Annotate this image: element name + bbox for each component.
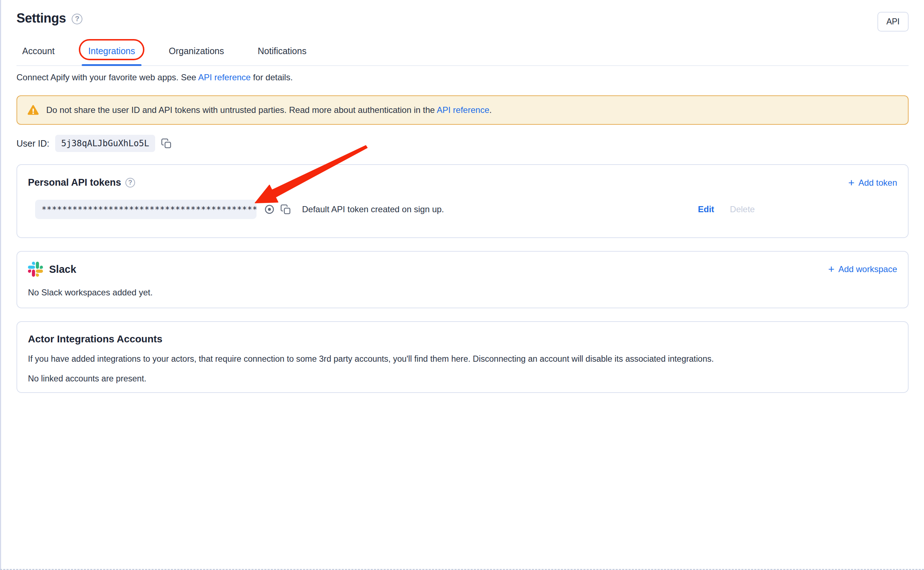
edit-token-link[interactable]: Edit: [698, 204, 714, 215]
tab-organizations[interactable]: Organizations: [163, 40, 230, 65]
tab-organizations-label: Organizations: [169, 46, 224, 56]
slack-card: Slack + Add workspace No Slack workspace…: [17, 251, 909, 308]
slack-card-title: Slack: [49, 264, 76, 275]
tokens-card-header: Personal API tokens ? + Add token: [28, 177, 897, 188]
view-token-button[interactable]: [264, 204, 275, 215]
intro-text-after: for details.: [251, 72, 293, 82]
tokens-card-title: Personal API tokens: [28, 177, 121, 188]
tab-integrations[interactable]: Integrations: [82, 40, 141, 65]
page-title: Settings: [17, 11, 66, 26]
tab-account-label: Account: [22, 46, 55, 56]
settings-page: Settings ? API Account Integrations Orga…: [0, 0, 924, 570]
eye-icon: [264, 204, 275, 215]
plus-icon: +: [848, 178, 854, 188]
actor-integrations-card: Actor Integrations Accounts If you have …: [17, 321, 909, 393]
page-header: Settings ? API: [17, 11, 909, 32]
warning-api-reference-link[interactable]: API reference: [437, 105, 489, 115]
actor-card-description: If you have added integrations to your a…: [28, 354, 897, 364]
plus-icon: +: [828, 264, 834, 274]
copy-token-button[interactable]: [280, 204, 291, 215]
warning-text-after: .: [489, 105, 492, 115]
copy-icon: [161, 138, 172, 149]
token-description: Default API token created on sign up.: [302, 204, 698, 215]
api-button[interactable]: API: [877, 12, 909, 32]
token-actions: Edit Delete: [698, 204, 897, 215]
intro-text: Connect Apify with your favorite web app…: [17, 72, 293, 83]
tab-notifications[interactable]: Notifications: [252, 40, 312, 65]
api-token-masked-input[interactable]: ****************************************…: [35, 200, 257, 219]
left-edge-divider: [0, 0, 1, 570]
tab-account[interactable]: Account: [17, 40, 60, 65]
token-row: ****************************************…: [35, 200, 897, 219]
user-id-value: 5j38qALJbGuXhLo5L: [55, 135, 156, 152]
tab-integrations-label: Integrations: [88, 46, 135, 56]
slack-card-header: Slack + Add workspace: [28, 262, 897, 277]
warning-text: Do not share the user ID and API tokens …: [46, 105, 492, 115]
warning-text-before: Do not share the user ID and API tokens …: [46, 105, 437, 115]
add-token-label: Add token: [858, 178, 897, 188]
actor-card-title: Actor Integrations Accounts: [28, 333, 897, 345]
copy-user-id-button[interactable]: [161, 138, 172, 149]
warning-icon: [26, 104, 40, 117]
user-id-label: User ID:: [17, 138, 49, 149]
slack-icon: [28, 262, 43, 277]
add-workspace-button[interactable]: + Add workspace: [828, 264, 897, 274]
user-id-row: User ID: 5j38qALJbGuXhLo5L: [17, 134, 172, 153]
delete-token-link: Delete: [730, 204, 754, 215]
personal-api-tokens-card: Personal API tokens ? + Add token ******…: [17, 164, 909, 238]
intro-api-reference-link[interactable]: API reference: [198, 72, 251, 82]
slack-empty-text: No Slack workspaces added yet.: [28, 288, 897, 297]
tab-notifications-label: Notifications: [258, 46, 306, 56]
add-token-button[interactable]: + Add token: [848, 178, 897, 188]
settings-help-icon[interactable]: ?: [72, 14, 82, 25]
intro-text-before: Connect Apify with your favorite web app…: [17, 72, 198, 82]
settings-tabs: Account Integrations Organizations Notif…: [17, 40, 909, 66]
copy-icon: [280, 204, 291, 215]
add-workspace-label: Add workspace: [838, 264, 897, 274]
tokens-help-icon[interactable]: ?: [125, 178, 135, 187]
active-tab-underline: [82, 64, 142, 66]
actor-empty-text: No linked accounts are present.: [28, 374, 897, 384]
warning-banner: Do not share the user ID and API tokens …: [17, 95, 909, 125]
